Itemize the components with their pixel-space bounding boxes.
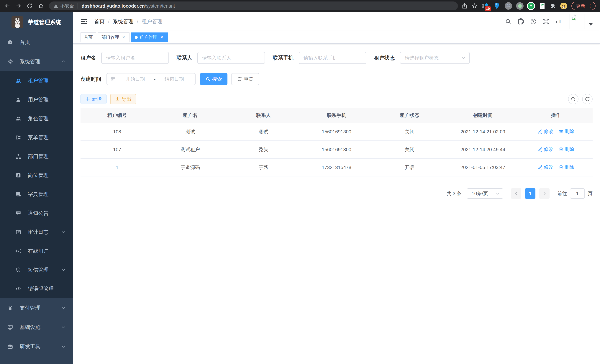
edit-button[interactable]: 修改 bbox=[538, 128, 553, 135]
post-badge-icon bbox=[16, 173, 21, 178]
chevron-down-icon bbox=[61, 325, 66, 329]
address-divider bbox=[77, 3, 78, 9]
caret-down-icon[interactable] bbox=[589, 23, 593, 26]
extension-y-icon[interactable]: Y bbox=[528, 3, 534, 9]
cell-mobile: 17321315478 bbox=[300, 159, 373, 176]
sidebar-item-errcode[interactable]: 错误码管理 bbox=[0, 280, 73, 298]
status-select[interactable]: 请选择租户状态 bbox=[400, 52, 470, 64]
sidebar-item-label: 短信管理 bbox=[28, 266, 49, 273]
chevron-up-icon bbox=[61, 59, 66, 64]
tab-tenant[interactable]: 租户管理× bbox=[131, 32, 168, 42]
delete-button[interactable]: 删除 bbox=[559, 146, 574, 152]
close-icon[interactable]: × bbox=[159, 35, 164, 40]
github-icon[interactable] bbox=[518, 18, 524, 25]
tab-label: 租户管理 bbox=[140, 34, 157, 40]
active-tab-dot bbox=[135, 36, 138, 39]
sidebar-item-label: 在线用户 bbox=[28, 247, 49, 254]
app-window: 芋道管理系统 首页系统管理租户管理用户管理角色管理菜单管理部门管理岗位管理字典管… bbox=[0, 12, 600, 364]
app-logo[interactable]: 芋道管理系统 bbox=[0, 12, 73, 33]
sidebar-item-pay[interactable]: 支付管理 bbox=[0, 298, 73, 318]
bookmark-star-icon[interactable] bbox=[472, 3, 478, 9]
sidebar-item-online[interactable]: 在线用户 bbox=[0, 242, 73, 261]
cell-actions: 修改删除 bbox=[519, 159, 593, 176]
prev-page-button[interactable] bbox=[511, 188, 521, 199]
update-button[interactable]: 更新 ⋮ bbox=[572, 2, 596, 10]
close-icon[interactable]: × bbox=[121, 35, 126, 40]
next-page-button[interactable] bbox=[539, 188, 550, 199]
sidebar-item-role[interactable]: 角色管理 bbox=[0, 109, 73, 128]
delete-button[interactable]: 删除 bbox=[559, 164, 574, 170]
breadcrumb-home[interactable]: 首页 bbox=[94, 18, 105, 25]
page-1-button[interactable]: 1 bbox=[525, 188, 535, 199]
share-icon[interactable] bbox=[462, 3, 468, 9]
table-toolbar: 新增 导出 bbox=[81, 94, 593, 104]
total-count: 共 3 条 bbox=[447, 190, 462, 197]
sidebar-item-devtool[interactable]: 研发工具 bbox=[0, 337, 73, 356]
extension-command-icon[interactable]: ⌘ bbox=[505, 2, 512, 10]
contact-input[interactable] bbox=[197, 52, 265, 64]
sidebar-item-tenant[interactable]: 租户管理 bbox=[0, 71, 73, 90]
edit-button[interactable]: 修改 bbox=[538, 164, 553, 170]
sidebar-item-post[interactable]: 岗位管理 bbox=[0, 166, 73, 185]
table-row: 108测试测试15601691300关闭2021-12-14 21:02:09修… bbox=[81, 123, 593, 141]
column-header: 联系人 bbox=[227, 108, 300, 123]
delete-button[interactable]: 删除 bbox=[559, 128, 574, 135]
extension-doc-icon[interactable] bbox=[538, 2, 546, 10]
search-icon[interactable] bbox=[505, 18, 511, 25]
sidebar-item-dict[interactable]: 字典管理 bbox=[0, 185, 73, 204]
reset-button[interactable]: 重置 bbox=[231, 73, 259, 85]
logo-rabbit-image bbox=[11, 16, 23, 28]
profile-avatar-icon[interactable] bbox=[560, 2, 567, 10]
home-icon[interactable] bbox=[38, 3, 44, 9]
created-date-range[interactable]: 开始日期 - 结束日期 bbox=[106, 73, 196, 85]
address-bar[interactable]: 不安全 dashboard.yudao.iocoder.cn/system/te… bbox=[49, 1, 458, 10]
sidebar-item-home[interactable]: 首页 bbox=[0, 33, 73, 52]
mobile-input[interactable] bbox=[299, 52, 366, 64]
sidebar-item-dept[interactable]: 部门管理 bbox=[0, 147, 73, 166]
export-button[interactable]: 导出 bbox=[110, 94, 136, 104]
extension-grid-diamond-icon[interactable]: 10 bbox=[482, 2, 489, 10]
page-size-select[interactable]: 10条/页 bbox=[467, 188, 503, 199]
dashboard-icon bbox=[7, 39, 13, 45]
tenant-name-input[interactable] bbox=[101, 52, 169, 64]
sidebar-item-system[interactable]: 系统管理 bbox=[0, 52, 73, 71]
back-icon[interactable] bbox=[4, 3, 10, 9]
update-label: 更新 bbox=[576, 3, 585, 9]
sidebar: 芋道管理系统 首页系统管理租户管理用户管理角色管理菜单管理部门管理岗位管理字典管… bbox=[0, 12, 73, 364]
sidebar-item-audit[interactable]: 审计日志 bbox=[0, 223, 73, 242]
font-size-icon[interactable]: TT bbox=[555, 18, 563, 25]
edit-button[interactable]: 修改 bbox=[538, 146, 553, 152]
tab-home[interactable]: 首页 bbox=[81, 32, 96, 42]
sidebar-item-sms[interactable]: 短信管理 bbox=[0, 261, 73, 280]
sidebar-item-user[interactable]: 用户管理 bbox=[0, 90, 73, 109]
reload-icon[interactable] bbox=[27, 3, 33, 9]
search-button[interactable]: 搜索 bbox=[200, 73, 227, 85]
sidebar-item-label: 错误码管理 bbox=[28, 285, 54, 292]
tab-dept[interactable]: 部门管理× bbox=[98, 32, 130, 42]
breadcrumb-system[interactable]: 系统管理 bbox=[113, 18, 134, 25]
cell-contact: 测试 bbox=[227, 123, 300, 141]
extension-balloon-icon[interactable] bbox=[493, 2, 501, 10]
table-row: 107测试租户秃头15601691300关闭2021-12-14 20:49:4… bbox=[81, 141, 593, 159]
hamburger-icon[interactable] bbox=[81, 18, 88, 25]
kebab-menu-icon[interactable]: ⋮ bbox=[588, 3, 593, 8]
avatar[interactable] bbox=[570, 14, 584, 29]
security-label[interactable]: 不安全 bbox=[60, 3, 74, 9]
toggle-search-button[interactable] bbox=[568, 94, 579, 104]
add-button[interactable]: 新增 bbox=[81, 94, 106, 104]
sidebar-item-notice[interactable]: 通知公告 bbox=[0, 204, 73, 223]
forward-icon[interactable] bbox=[16, 3, 21, 9]
toolbox-icon bbox=[7, 344, 13, 349]
cell-actions: 修改删除 bbox=[519, 123, 593, 141]
cell-mobile: 15601691300 bbox=[300, 141, 373, 159]
mobile-label: 联系手机 bbox=[273, 54, 293, 61]
extensions-puzzle-icon[interactable] bbox=[550, 3, 556, 9]
help-icon[interactable] bbox=[530, 18, 536, 25]
broken-image-icon bbox=[570, 14, 577, 21]
refresh-table-button[interactable] bbox=[582, 94, 593, 104]
sidebar-item-infra[interactable]: 基础设施 bbox=[0, 318, 73, 337]
fullscreen-icon[interactable] bbox=[543, 18, 549, 25]
goto-page-input[interactable] bbox=[570, 188, 585, 199]
extension-record-icon[interactable] bbox=[516, 2, 524, 10]
sidebar-item-menu[interactable]: 菜单管理 bbox=[0, 128, 73, 147]
